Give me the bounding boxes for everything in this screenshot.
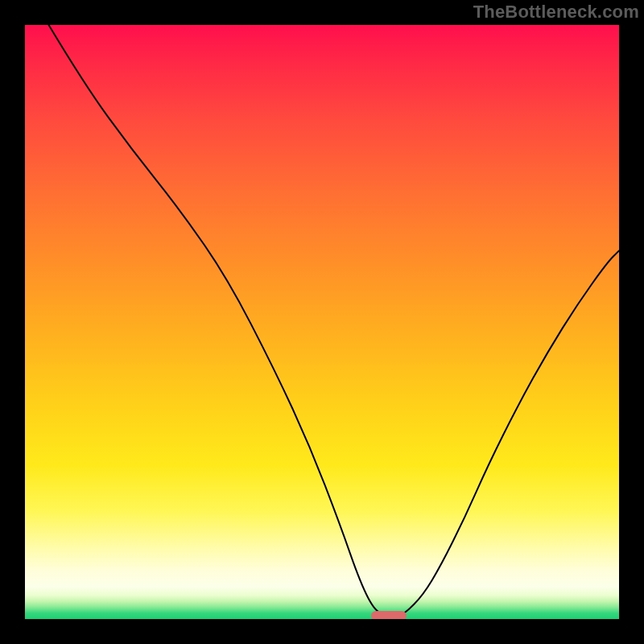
curve-layer — [25, 25, 619, 619]
watermark-text: TheBottleneck.com — [473, 2, 639, 23]
optimal-marker — [371, 611, 407, 619]
bottleneck-curve — [49, 25, 619, 614]
plot-area — [25, 25, 619, 619]
chart-stage: TheBottleneck.com — [0, 0, 644, 644]
